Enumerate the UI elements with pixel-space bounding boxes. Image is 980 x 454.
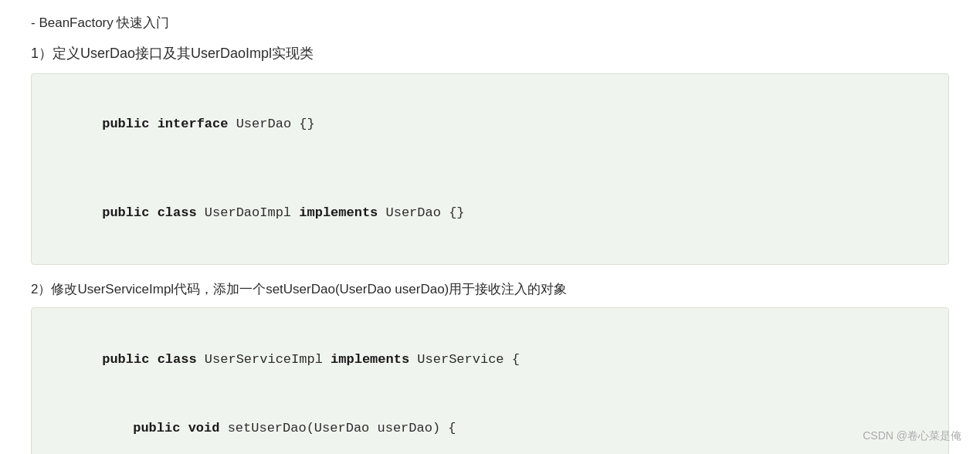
step2-label: 2）修改UserServiceImpl代码，添加一个setUserDao(Use…: [31, 280, 949, 298]
code-text-6: setUserDao(UserDao userDao) {: [219, 421, 456, 435]
code-text-4: UserServiceImpl: [197, 352, 331, 367]
keyword-class-2: class: [158, 352, 197, 367]
code-text-2: UserDaoImpl: [197, 205, 300, 220]
code-line-2-2: public void setUserDao(UserDao userDao) …: [55, 394, 925, 454]
code-block-1: public interface UserDao {} public class…: [31, 73, 949, 265]
keyword-public-1: public: [102, 117, 157, 131]
keyword-public-3: public: [102, 352, 157, 367]
code-line-1-1: public interface UserDao {}: [55, 91, 925, 158]
keyword-public-4: public: [133, 421, 188, 435]
watermark: CSDN @卷心菜是俺: [863, 429, 961, 443]
code-text-3: UserDao {}: [378, 205, 464, 220]
code-line-1-blank: [55, 158, 925, 181]
code-text-1: UserDao {}: [228, 117, 314, 131]
page-header: - BeanFactory 快速入门: [31, 14, 949, 32]
code-block-2: public class UserServiceImpl implements …: [31, 307, 949, 454]
keyword-interface: interface: [158, 117, 229, 131]
page-container: - BeanFactory 快速入门 1）定义UserDao接口及其UserDa…: [0, 0, 980, 454]
code-text-5: UserService {: [409, 352, 520, 367]
keyword-implements-2: implements: [331, 352, 409, 367]
keyword-implements-1: implements: [299, 205, 378, 220]
keyword-class-1: class: [158, 205, 197, 220]
keyword-void: void: [188, 421, 220, 435]
step1-label: 1）定义UserDao接口及其UserDaoImpl实现类: [31, 44, 949, 63]
header-text: - BeanFactory 快速入门: [31, 15, 170, 30]
code-line-1-2: public class UserDaoImpl implements User…: [55, 181, 925, 248]
keyword-public-2: public: [102, 205, 157, 220]
code-line-2-1: public class UserServiceImpl implements …: [55, 325, 925, 394]
